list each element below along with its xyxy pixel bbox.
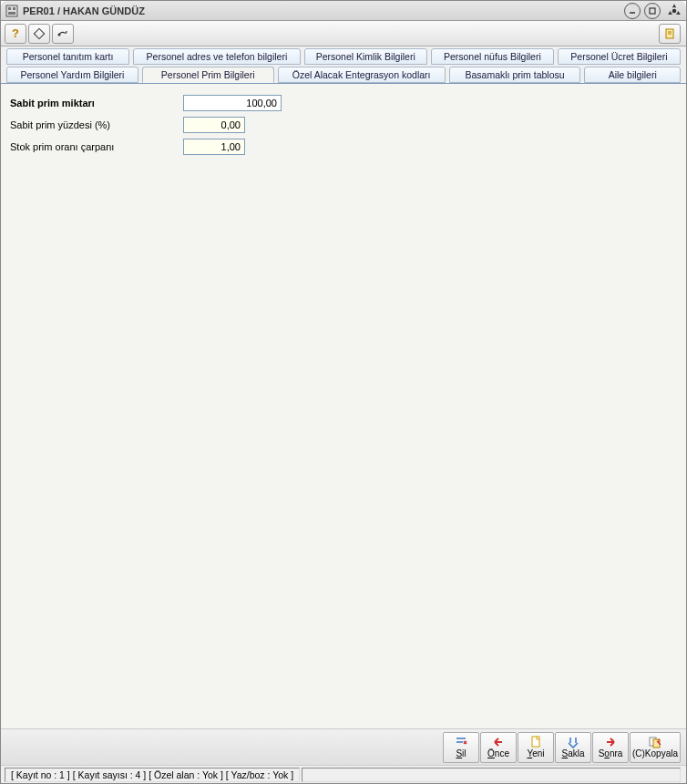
previous-button[interactable]: Önce xyxy=(480,732,517,763)
svg-point-6 xyxy=(672,8,677,13)
window-controls xyxy=(624,3,682,19)
tab-adres[interactable]: Personel adres ve telefon bilgileri xyxy=(133,48,301,65)
document-button[interactable] xyxy=(659,24,681,44)
tab-row-2: Personel Yardım Bilgileri Personel Prim … xyxy=(1,65,686,84)
tab-kimlik[interactable]: Personel Kimlik Bilgileri xyxy=(304,48,427,65)
new-button[interactable]: Yeni xyxy=(518,732,554,763)
save-icon xyxy=(566,736,580,748)
svg-rect-0 xyxy=(6,5,17,16)
arrow-left-icon xyxy=(491,736,506,748)
content-area: Sabit prim miktarı Sabit prim yüzdesi (%… xyxy=(1,84,686,728)
window: PER01 / HAKAN GÜNDÜZ ? Personel xyxy=(0,0,687,784)
tab-aile[interactable]: Aile bilgileri xyxy=(584,67,681,83)
status-spacer xyxy=(302,768,681,782)
tab-prim[interactable]: Personel Prim Bilgileri xyxy=(142,67,274,83)
delete-label: Sil xyxy=(456,749,466,758)
input-sabit-prim-miktari[interactable] xyxy=(183,95,282,111)
row-stok-prim-orani: Stok prim oranı çarpanı xyxy=(10,139,677,155)
svg-rect-7 xyxy=(34,28,44,38)
status-text: [ Kayıt no : 1 ] [ Kayıt sayısı : 4 ] [ … xyxy=(5,768,300,782)
statusbar: [ Kayıt no : 1 ] [ Kayıt sayısı : 4 ] [ … xyxy=(1,765,686,783)
tab-nufus[interactable]: Personel nüfus Bilgileri xyxy=(431,48,554,65)
previous-label: Önce xyxy=(487,749,509,758)
delete-icon xyxy=(454,736,468,748)
copy-label: (C)Kopyala xyxy=(632,749,678,758)
app-icon xyxy=(5,4,19,18)
svg-rect-3 xyxy=(8,12,15,15)
save-button[interactable]: Sakla xyxy=(555,732,591,763)
next-label: Sonra xyxy=(599,749,623,758)
tool-button-2[interactable] xyxy=(28,24,50,44)
save-label: Sakla xyxy=(561,749,584,758)
label-sabit-prim-yuzdesi: Sabit prim yüzdesi (%) xyxy=(10,119,183,130)
tab-yardim[interactable]: Personel Yardım Bilgileri xyxy=(6,67,138,83)
svg-rect-1 xyxy=(8,7,11,10)
label-stok-prim-orani: Stok prim oranı çarpanı xyxy=(10,141,183,152)
help-button[interactable]: ? xyxy=(5,24,26,44)
input-sabit-prim-yuzdesi[interactable] xyxy=(183,117,245,133)
svg-rect-5 xyxy=(650,8,655,14)
tab-ucret[interactable]: Personel Ücret Bilgileri xyxy=(558,48,681,65)
tool-icon xyxy=(56,27,69,40)
row-sabit-prim-miktari: Sabit prim miktarı xyxy=(10,95,677,111)
input-stok-prim-orani[interactable] xyxy=(183,139,245,155)
row-sabit-prim-yuzdesi: Sabit prim yüzdesi (%) xyxy=(10,117,677,133)
svg-rect-2 xyxy=(13,7,15,10)
toolbar: ? xyxy=(1,21,686,46)
new-doc-icon xyxy=(528,736,543,748)
copy-icon xyxy=(648,736,662,748)
close-icon[interactable] xyxy=(666,3,682,19)
delete-button[interactable]: Sil xyxy=(443,732,479,763)
minimize-button[interactable] xyxy=(624,3,641,19)
svg-rect-12 xyxy=(532,737,539,747)
maximize-button[interactable] xyxy=(644,3,661,19)
svg-point-8 xyxy=(58,33,61,36)
next-button[interactable]: Sonra xyxy=(592,732,629,763)
help-icon: ? xyxy=(12,26,19,40)
tab-ozel-alacak[interactable]: Özel Alacak Entegrasyon kodları xyxy=(278,67,446,83)
copy-button[interactable]: (C)Kopyala xyxy=(630,732,681,763)
tab-tanitim[interactable]: Personel tanıtım kartı xyxy=(6,48,129,65)
tool-button-3[interactable] xyxy=(52,24,74,44)
tab-basamakli[interactable]: Basamaklı prim tablosu xyxy=(449,67,581,83)
label-sabit-prim-miktari: Sabit prim miktarı xyxy=(10,98,183,108)
action-bar: Sil Önce Yeni Sakla Sonra xyxy=(1,728,686,765)
titlebar: PER01 / HAKAN GÜNDÜZ xyxy=(1,1,686,21)
document-icon xyxy=(663,27,676,40)
tab-row-1: Personel tanıtım kartı Personel adres ve… xyxy=(1,46,686,65)
new-label: Yeni xyxy=(527,749,544,758)
arrow-right-icon xyxy=(603,736,618,748)
diamond-icon xyxy=(33,27,46,40)
window-title: PER01 / HAKAN GÜNDÜZ xyxy=(23,5,624,16)
